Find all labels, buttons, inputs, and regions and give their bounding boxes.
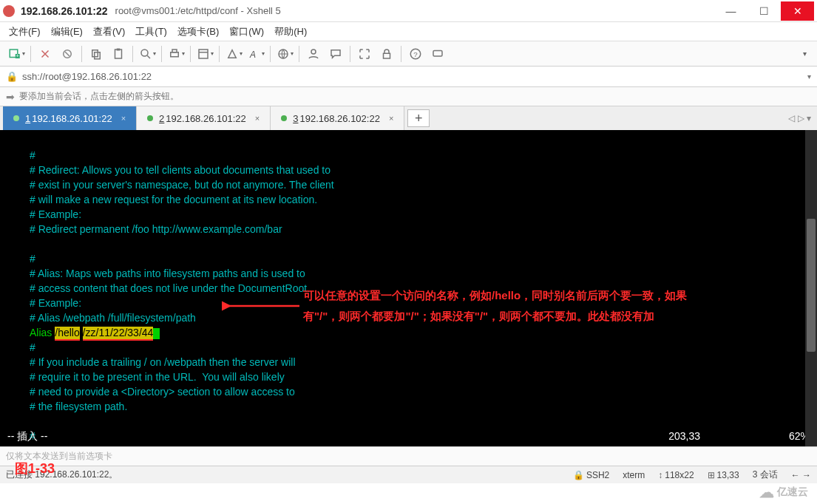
tab-1[interactable]: 1 192.168.26.101:22 ×: [3, 106, 137, 130]
term-line: # Alias: Maps web paths into filesystem …: [30, 268, 305, 279]
term-line: # the filesystem path.: [30, 401, 127, 412]
menu-help[interactable]: 帮助(H): [274, 25, 307, 38]
term-line: # exist in your server's namespace, but …: [30, 179, 334, 191]
search-icon[interactable]: ▾: [137, 44, 157, 64]
close-button[interactable]: ✕: [781, 1, 814, 21]
term-line: #: [30, 341, 35, 353]
terminal-scrollbar[interactable]: [805, 130, 817, 446]
alias-line: Alias /hello /zz/11/22/33/44: [30, 327, 160, 338]
vim-position: 203,33: [668, 429, 700, 443]
address-text: ssh://root@192.168.26.101:22: [22, 71, 152, 82]
svg-rect-9: [170, 52, 178, 56]
tab-close-icon[interactable]: ×: [389, 114, 393, 123]
term-line: # will make a new request for the docume…: [30, 194, 317, 205]
copy-icon[interactable]: [86, 44, 106, 64]
terminal-view[interactable]: # # Redirect: Allows you to tell clients…: [0, 130, 817, 446]
globe-icon[interactable]: ▾: [274, 44, 295, 64]
scrollbar-thumb[interactable]: [807, 219, 816, 352]
term-line: # Example:: [30, 297, 81, 309]
menu-file[interactable]: 文件(F): [9, 25, 41, 38]
tab-3[interactable]: 3 192.168.26.102:22 ×: [271, 106, 404, 130]
status-dot-icon: [147, 115, 153, 121]
paste-icon[interactable]: [108, 44, 129, 64]
svg-rect-7: [117, 48, 121, 50]
tab-3-number: 3: [293, 113, 298, 124]
status-size: ↕118x22: [658, 470, 694, 480]
hint-arrow-icon[interactable]: ➡: [6, 91, 15, 103]
svg-rect-15: [384, 53, 390, 58]
minimize-button[interactable]: —: [714, 1, 747, 21]
svg-rect-10: [172, 50, 177, 52]
tab-close-icon[interactable]: ×: [255, 114, 260, 123]
app-logo-icon: [3, 5, 15, 17]
svg-point-8: [141, 50, 148, 56]
status-dot-icon: [13, 115, 19, 121]
cursor-icon: [153, 328, 160, 339]
new-session-icon[interactable]: +▾: [6, 44, 27, 64]
svg-text:?: ?: [413, 50, 418, 58]
term-line: # Redirect permanent /foo http://www.exa…: [30, 223, 282, 235]
cloud-icon: ☁: [759, 483, 774, 501]
session-tabs: 1 192.168.26.101:22 × 2 192.168.26.101:2…: [0, 106, 817, 130]
term-line: #: [30, 253, 35, 265]
tab-scroll-arrows[interactable]: ◁ ▷ ▾: [788, 106, 817, 130]
vim-status-line: -- 插入 -- 203,33 62%: [7, 429, 810, 443]
menu-tool[interactable]: 工具(T): [135, 25, 167, 38]
ssh-lock-icon: 🔒: [6, 71, 18, 82]
color-icon[interactable]: ▾: [223, 44, 244, 64]
address-bar[interactable]: 🔒 ssh://root@192.168.26.101:22 ▾: [0, 67, 817, 87]
tab-2[interactable]: 2 192.168.26.101:22 ×: [137, 106, 271, 130]
title-bar: 192.168.26.101:22 root@vms001:/etc/httpd…: [0, 0, 817, 22]
menu-window[interactable]: 窗口(W): [229, 25, 264, 38]
svg-point-14: [311, 50, 316, 54]
disconnect-icon[interactable]: [57, 44, 78, 64]
svg-rect-6: [115, 50, 122, 58]
watermark: ☁ 亿速云: [759, 483, 808, 501]
status-sessions: 3 会话: [753, 469, 778, 481]
toolbar-overflow-icon[interactable]: ▾: [798, 50, 811, 58]
maximize-button[interactable]: ☐: [747, 1, 781, 21]
reconnect-icon[interactable]: [35, 44, 55, 64]
compose-bar[interactable]: 仅将文本发送到当前选项卡: [0, 446, 817, 466]
status-term: xterm: [623, 470, 645, 480]
help-icon[interactable]: ?: [405, 44, 426, 64]
menu-tab[interactable]: 选项卡(B): [177, 25, 219, 38]
tab-add-button[interactable]: +: [407, 109, 430, 127]
term-line: #: [30, 149, 35, 161]
user-icon[interactable]: [303, 44, 324, 64]
print-icon[interactable]: ▾: [166, 44, 186, 64]
lock-icon[interactable]: [376, 44, 397, 64]
term-line: # If you include a trailing / on /webpat…: [30, 356, 296, 368]
status-protocol: 🔒SSH2: [573, 470, 609, 480]
vim-mode: -- 插入 --: [7, 429, 47, 443]
chat-icon[interactable]: [325, 44, 346, 64]
hint-bar: ➡ 要添加当前会话，点击左侧的箭头按钮。: [0, 87, 817, 106]
menu-edit[interactable]: 编辑(E): [51, 25, 83, 38]
tab-3-label: 192.168.26.102:22: [299, 113, 379, 124]
term-line: # Redirect: Allows you to tell clients a…: [30, 164, 330, 176]
status-rowcol: ⊞13,33: [708, 470, 739, 480]
tab-2-number: 2: [159, 113, 164, 124]
annotation-text: 可以任意的设置一个访问的名称，例如/hello，同时别名前后两个要一致，如果 有…: [303, 285, 776, 327]
alias-path: /zz/11/22/33/44: [83, 327, 154, 341]
properties-icon[interactable]: ▾: [194, 44, 215, 64]
status-dot-icon: [281, 115, 287, 121]
toolbar: +▾ ▾ ▾ ▾ ▾ A▾ ▾ ? ▾: [0, 41, 817, 67]
tab-close-icon[interactable]: ×: [121, 114, 126, 123]
term-line: # ScriptAlias: This controls which direc…: [30, 445, 335, 446]
fullscreen-icon[interactable]: [354, 44, 375, 64]
window-buttons: — ☐ ✕: [714, 1, 814, 21]
tab-2-label: 192.168.26.101:22: [166, 113, 245, 124]
title-ip: 192.168.26.101:22: [21, 5, 108, 17]
feedback-icon[interactable]: [427, 44, 448, 64]
font-icon[interactable]: A▾: [245, 44, 266, 64]
alias-hello: /hello: [55, 327, 79, 341]
title-path: root@vms001:/etc/httpd/conf - Xshell 5: [115, 5, 281, 16]
status-arrows[interactable]: ← →: [791, 470, 811, 480]
status-bar: 已连接 192.168.26.101:22。 🔒SSH2 xterm ↕118x…: [0, 466, 817, 483]
hint-text: 要添加当前会话，点击左侧的箭头按钮。: [19, 90, 179, 103]
address-dropdown-icon[interactable]: ▾: [807, 72, 811, 81]
tab-1-number: 1: [25, 113, 30, 124]
annotation-arrow-icon: [222, 299, 303, 313]
menu-view[interactable]: 查看(V): [93, 25, 125, 38]
